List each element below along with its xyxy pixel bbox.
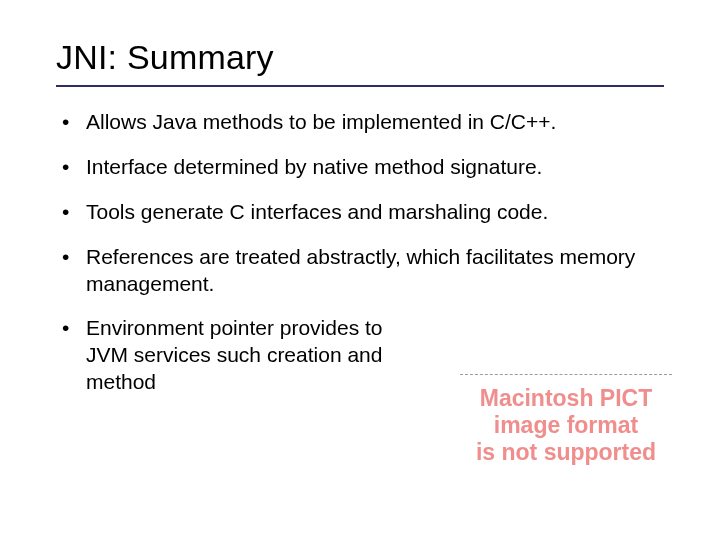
list-item: Tools generate C interfaces and marshali… (56, 199, 664, 226)
title-rule (56, 85, 664, 87)
slide-title: JNI: Summary (56, 38, 664, 77)
list-item: Interface determined by native method si… (56, 154, 664, 181)
slide: JNI: Summary Allows Java methods to be i… (0, 0, 720, 540)
pict-line: Macintosh PICT (460, 385, 672, 412)
pict-line: is not supported (460, 439, 672, 466)
list-item: Environment pointer provides to JVM serv… (56, 315, 416, 396)
list-item: Allows Java methods to be implemented in… (56, 109, 664, 136)
pict-placeholder: Macintosh PICT image format is not suppo… (460, 374, 672, 466)
list-item: References are treated abstractly, which… (56, 244, 664, 298)
bullet-list: Allows Java methods to be implemented in… (56, 109, 664, 396)
pict-line: image format (460, 412, 672, 439)
